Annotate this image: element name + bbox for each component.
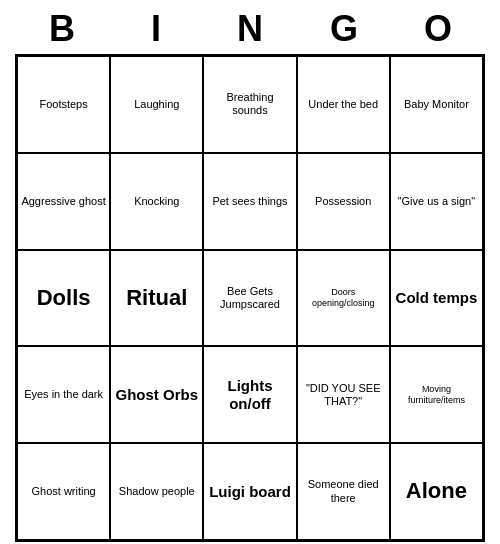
cell-r2-c4: Cold temps <box>390 250 483 347</box>
cell-text-r2-c0: Dolls <box>37 285 91 311</box>
bingo-title: B I N G O <box>15 0 485 54</box>
cell-text-r4-c0: Ghost writing <box>31 485 95 498</box>
cell-text-r3-c0: Eyes in the dark <box>24 388 103 401</box>
cell-text-r2-c3: Doors opening/closing <box>301 287 386 309</box>
cell-text-r3-c4: Moving furniture/items <box>394 384 479 406</box>
letter-o: O <box>398 8 478 50</box>
cell-r1-c1: Knocking <box>110 153 203 250</box>
cell-r2-c2: Bee Gets Jumpscared <box>203 250 296 347</box>
cell-text-r0-c4: Baby Monitor <box>404 98 469 111</box>
cell-r2-c0: Dolls <box>17 250 110 347</box>
cell-text-r0-c0: Footsteps <box>39 98 87 111</box>
cell-r1-c3: Possession <box>297 153 390 250</box>
cell-r0-c0: Footsteps <box>17 56 110 153</box>
cell-text-r1-c2: Pet sees things <box>212 195 287 208</box>
cell-r1-c4: "Give us a sign" <box>390 153 483 250</box>
cell-r4-c0: Ghost writing <box>17 443 110 540</box>
cell-text-r1-c1: Knocking <box>134 195 179 208</box>
cell-r1-c2: Pet sees things <box>203 153 296 250</box>
letter-b: B <box>22 8 102 50</box>
cell-r0-c4: Baby Monitor <box>390 56 483 153</box>
cell-r0-c1: Laughing <box>110 56 203 153</box>
cell-text-r3-c2: Lights on/off <box>207 377 292 413</box>
cell-text-r3-c1: Ghost Orbs <box>116 386 199 404</box>
cell-text-r4-c4: Alone <box>406 478 467 504</box>
cell-text-r1-c4: "Give us a sign" <box>398 195 476 208</box>
cell-text-r0-c1: Laughing <box>134 98 179 111</box>
bingo-grid: FootstepsLaughingBreathing soundsUnder t… <box>15 54 485 542</box>
cell-text-r1-c3: Possession <box>315 195 371 208</box>
cell-r1-c0: Aggressive ghost <box>17 153 110 250</box>
letter-n: N <box>210 8 290 50</box>
cell-r2-c1: Ritual <box>110 250 203 347</box>
cell-text-r1-c0: Aggressive ghost <box>21 195 105 208</box>
cell-r4-c2: Luigi board <box>203 443 296 540</box>
cell-text-r4-c3: Someone died there <box>301 478 386 504</box>
cell-r3-c1: Ghost Orbs <box>110 346 203 443</box>
cell-r0-c2: Breathing sounds <box>203 56 296 153</box>
cell-r4-c3: Someone died there <box>297 443 390 540</box>
cell-text-r3-c3: "DID YOU SEE THAT?" <box>301 382 386 408</box>
cell-text-r0-c2: Breathing sounds <box>207 91 292 117</box>
cell-text-r2-c1: Ritual <box>126 285 187 311</box>
cell-r4-c4: Alone <box>390 443 483 540</box>
letter-i: I <box>116 8 196 50</box>
cell-r3-c2: Lights on/off <box>203 346 296 443</box>
cell-text-r4-c1: Shadow people <box>119 485 195 498</box>
cell-text-r4-c2: Luigi board <box>209 483 291 501</box>
cell-r3-c4: Moving furniture/items <box>390 346 483 443</box>
cell-r0-c3: Under the bed <box>297 56 390 153</box>
cell-r3-c3: "DID YOU SEE THAT?" <box>297 346 390 443</box>
cell-text-r0-c3: Under the bed <box>308 98 378 111</box>
letter-g: G <box>304 8 384 50</box>
cell-text-r2-c4: Cold temps <box>396 289 478 307</box>
cell-r4-c1: Shadow people <box>110 443 203 540</box>
cell-r3-c0: Eyes in the dark <box>17 346 110 443</box>
cell-text-r2-c2: Bee Gets Jumpscared <box>207 285 292 311</box>
cell-r2-c3: Doors opening/closing <box>297 250 390 347</box>
